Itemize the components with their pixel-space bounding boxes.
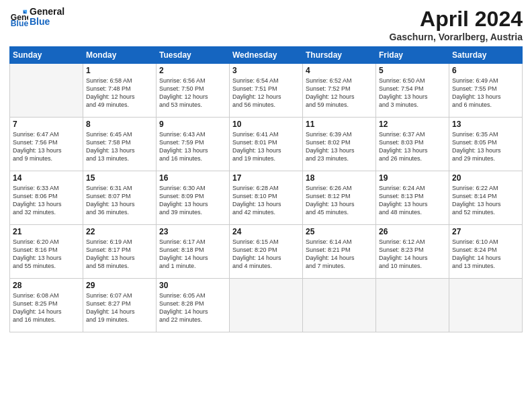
day-info: Sunrise: 6:19 AM Sunset: 8:17 PM Dayligh…	[86, 238, 153, 271]
calendar-cell: 27Sunrise: 6:10 AM Sunset: 8:24 PM Dayli…	[449, 225, 523, 279]
day-info: Sunrise: 6:10 AM Sunset: 8:24 PM Dayligh…	[452, 238, 519, 271]
calendar-week-row: 7Sunrise: 6:47 AM Sunset: 7:56 PM Daylig…	[10, 118, 523, 171]
calendar-cell: 10Sunrise: 6:41 AM Sunset: 8:01 PM Dayli…	[230, 118, 303, 171]
location: Gaschurn, Vorarlberg, Austria	[390, 32, 523, 42]
day-number: 23	[159, 227, 226, 236]
day-info: Sunrise: 6:31 AM Sunset: 8:07 PM Dayligh…	[86, 184, 153, 217]
day-info: Sunrise: 6:37 AM Sunset: 8:03 PM Dayligh…	[379, 130, 446, 163]
day-info: Sunrise: 6:35 AM Sunset: 8:05 PM Dayligh…	[452, 130, 519, 163]
weekday-header: Saturday	[449, 47, 523, 64]
day-number: 28	[13, 281, 80, 290]
calendar-cell: 16Sunrise: 6:30 AM Sunset: 8:09 PM Dayli…	[157, 171, 230, 225]
calendar-cell: 13Sunrise: 6:35 AM Sunset: 8:05 PM Dayli…	[449, 118, 523, 171]
day-number: 26	[379, 227, 446, 236]
calendar-cell	[376, 279, 449, 332]
calendar-cell	[230, 279, 303, 332]
day-info: Sunrise: 6:39 AM Sunset: 8:02 PM Dayligh…	[306, 130, 373, 163]
day-info: Sunrise: 6:17 AM Sunset: 8:18 PM Dayligh…	[159, 238, 226, 271]
day-info: Sunrise: 6:52 AM Sunset: 7:52 PM Dayligh…	[306, 77, 373, 109]
day-info: Sunrise: 6:30 AM Sunset: 8:09 PM Dayligh…	[159, 184, 226, 217]
calendar-cell: 6Sunrise: 6:49 AM Sunset: 7:55 PM Daylig…	[449, 64, 523, 118]
day-number: 19	[379, 173, 446, 183]
calendar-cell: 18Sunrise: 6:26 AM Sunset: 8:12 PM Dayli…	[303, 171, 376, 225]
page-header: General Blue General Blue April 2024 Gas…	[9, 7, 523, 42]
day-number: 15	[86, 173, 153, 183]
calendar-cell: 22Sunrise: 6:19 AM Sunset: 8:17 PM Dayli…	[83, 225, 157, 279]
calendar-cell: 7Sunrise: 6:47 AM Sunset: 7:56 PM Daylig…	[10, 118, 83, 171]
calendar-cell: 20Sunrise: 6:22 AM Sunset: 8:14 PM Dayli…	[449, 171, 523, 225]
day-info: Sunrise: 6:20 AM Sunset: 8:16 PM Dayligh…	[13, 238, 80, 271]
weekday-header: Tuesday	[157, 47, 230, 64]
logo-icon: General Blue	[9, 7, 28, 26]
day-info: Sunrise: 6:50 AM Sunset: 7:54 PM Dayligh…	[379, 77, 446, 109]
calendar-cell: 9Sunrise: 6:43 AM Sunset: 7:59 PM Daylig…	[157, 118, 230, 171]
day-number: 10	[232, 120, 300, 129]
day-number: 14	[13, 173, 80, 183]
calendar-cell: 5Sunrise: 6:50 AM Sunset: 7:54 PM Daylig…	[376, 64, 449, 118]
day-number: 22	[86, 227, 153, 236]
logo-general: General	[30, 7, 64, 17]
day-info: Sunrise: 6:12 AM Sunset: 8:23 PM Dayligh…	[379, 238, 446, 271]
day-number: 9	[159, 120, 226, 129]
calendar-week-row: 14Sunrise: 6:33 AM Sunset: 8:06 PM Dayli…	[10, 171, 523, 225]
calendar-cell: 8Sunrise: 6:45 AM Sunset: 7:58 PM Daylig…	[83, 118, 157, 171]
day-info: Sunrise: 6:07 AM Sunset: 8:27 PM Dayligh…	[86, 291, 153, 324]
calendar-cell: 12Sunrise: 6:37 AM Sunset: 8:03 PM Dayli…	[376, 118, 449, 171]
calendar-header-row: SundayMondayTuesdayWednesdayThursdayFrid…	[10, 47, 523, 64]
logo: General Blue General Blue	[9, 7, 64, 28]
day-number: 13	[452, 120, 519, 129]
day-info: Sunrise: 6:24 AM Sunset: 8:13 PM Dayligh…	[379, 184, 446, 217]
weekday-header: Friday	[376, 47, 449, 64]
day-number: 12	[379, 120, 446, 129]
day-number: 3	[232, 66, 300, 75]
day-info: Sunrise: 6:15 AM Sunset: 8:20 PM Dayligh…	[232, 238, 300, 271]
logo-blue: Blue	[30, 17, 64, 27]
day-number: 8	[86, 120, 153, 129]
day-info: Sunrise: 6:45 AM Sunset: 7:58 PM Dayligh…	[86, 130, 153, 163]
day-number: 25	[306, 227, 373, 236]
day-number: 7	[13, 120, 80, 129]
calendar-week-row: 21Sunrise: 6:20 AM Sunset: 8:16 PM Dayli…	[10, 225, 523, 279]
day-number: 5	[379, 66, 446, 75]
calendar-week-row: 1Sunrise: 6:58 AM Sunset: 7:48 PM Daylig…	[10, 64, 523, 118]
day-number: 27	[452, 227, 519, 236]
title-block: April 2024 Gaschurn, Vorarlberg, Austria	[390, 7, 523, 42]
day-number: 29	[86, 281, 153, 290]
day-number: 30	[159, 281, 226, 290]
day-info: Sunrise: 6:28 AM Sunset: 8:10 PM Dayligh…	[232, 184, 300, 217]
calendar-cell: 28Sunrise: 6:08 AM Sunset: 8:25 PM Dayli…	[10, 279, 83, 332]
calendar-cell: 26Sunrise: 6:12 AM Sunset: 8:23 PM Dayli…	[376, 225, 449, 279]
calendar-cell: 11Sunrise: 6:39 AM Sunset: 8:02 PM Dayli…	[303, 118, 376, 171]
calendar-cell: 25Sunrise: 6:14 AM Sunset: 8:21 PM Dayli…	[303, 225, 376, 279]
svg-text:Blue: Blue	[11, 19, 28, 26]
calendar-cell: 15Sunrise: 6:31 AM Sunset: 8:07 PM Dayli…	[83, 171, 157, 225]
day-number: 24	[232, 227, 300, 236]
calendar-cell: 23Sunrise: 6:17 AM Sunset: 8:18 PM Dayli…	[157, 225, 230, 279]
day-info: Sunrise: 6:33 AM Sunset: 8:06 PM Dayligh…	[13, 184, 80, 217]
calendar-cell: 19Sunrise: 6:24 AM Sunset: 8:13 PM Dayli…	[376, 171, 449, 225]
calendar-table: SundayMondayTuesdayWednesdayThursdayFrid…	[9, 46, 523, 332]
day-info: Sunrise: 6:56 AM Sunset: 7:50 PM Dayligh…	[159, 77, 226, 109]
weekday-header: Thursday	[303, 47, 376, 64]
calendar-cell: 29Sunrise: 6:07 AM Sunset: 8:27 PM Dayli…	[83, 279, 157, 332]
day-info: Sunrise: 6:58 AM Sunset: 7:48 PM Dayligh…	[86, 77, 153, 109]
day-info: Sunrise: 6:47 AM Sunset: 7:56 PM Dayligh…	[13, 130, 80, 163]
day-info: Sunrise: 6:43 AM Sunset: 7:59 PM Dayligh…	[159, 130, 226, 163]
day-number: 18	[306, 173, 373, 183]
day-info: Sunrise: 6:08 AM Sunset: 8:25 PM Dayligh…	[13, 291, 80, 324]
day-number: 21	[13, 227, 80, 236]
day-number: 1	[86, 66, 153, 75]
day-info: Sunrise: 6:22 AM Sunset: 8:14 PM Dayligh…	[452, 184, 519, 217]
calendar-cell: 30Sunrise: 6:05 AM Sunset: 8:28 PM Dayli…	[157, 279, 230, 332]
calendar-cell	[303, 279, 376, 332]
day-number: 11	[306, 120, 373, 129]
calendar-cell: 4Sunrise: 6:52 AM Sunset: 7:52 PM Daylig…	[303, 64, 376, 118]
calendar-cell: 3Sunrise: 6:54 AM Sunset: 7:51 PM Daylig…	[230, 64, 303, 118]
month-title: April 2024	[390, 7, 523, 32]
calendar-cell: 1Sunrise: 6:58 AM Sunset: 7:48 PM Daylig…	[83, 64, 157, 118]
day-info: Sunrise: 6:05 AM Sunset: 8:28 PM Dayligh…	[159, 291, 226, 324]
calendar-cell: 21Sunrise: 6:20 AM Sunset: 8:16 PM Dayli…	[10, 225, 83, 279]
weekday-header: Sunday	[10, 47, 83, 64]
day-number: 16	[159, 173, 226, 183]
calendar-cell: 2Sunrise: 6:56 AM Sunset: 7:50 PM Daylig…	[157, 64, 230, 118]
